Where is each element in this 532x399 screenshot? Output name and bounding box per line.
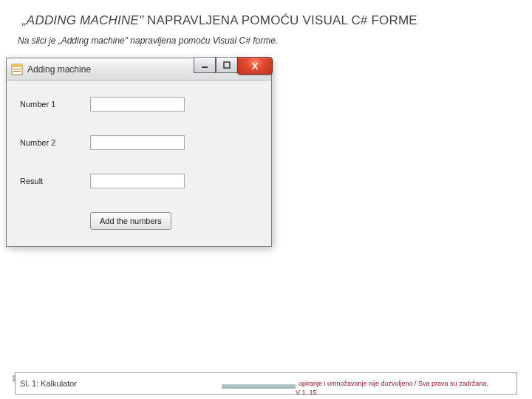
slide-caption: Na slici je „Adding machine" napravljena… [0,31,532,53]
copyright-text: opiranje i umnožavanje nije dozvoljeno /… [299,380,488,387]
add-numbers-button[interactable]: Add the numbers [90,212,171,230]
minimize-icon [201,61,208,69]
window-controls: X [194,57,273,75]
svg-rect-3 [13,71,21,72]
title-rest-part: NAPRAVLJENA POMOĆU VISUAL C# FORME [143,13,417,27]
window-client-area: Number 1 Number 2 Result Add the numbers [7,81,271,246]
window-title: Adding machine [27,64,91,75]
minimize-button[interactable] [194,57,216,73]
close-icon: X [252,61,259,72]
maximize-icon [223,61,231,69]
row-result: Result [20,174,258,188]
svg-rect-5 [224,62,230,68]
app-window: Adding machine X Number 1 Number 2 Resul… [6,58,272,247]
row-number2: Number 2 [20,135,258,150]
svg-rect-1 [12,64,22,67]
svg-rect-4 [202,66,208,68]
close-button[interactable]: X [237,57,273,75]
input-number2[interactable] [90,135,185,150]
svg-rect-2 [13,69,21,69]
figure-caption: Sl. 1: Kalkulator [20,379,77,388]
titlebar[interactable]: Adding machine X [7,58,271,81]
maximize-button[interactable] [216,57,238,73]
label-number1: Number 1 [20,100,90,109]
label-result: Result [20,177,90,185]
decorative-bar [222,384,296,389]
version-text: V 1. 15 [296,389,317,396]
app-icon [11,64,23,75]
input-number1[interactable] [90,97,185,112]
slide-title: „ADDING MACHINE" NAPRAVLJENA POMOĆU VISU… [0,0,532,31]
title-italic-part: „ADDING MACHINE" [22,13,143,27]
label-number2: Number 2 [20,138,90,147]
button-row: Add the numbers [20,212,258,230]
row-number1: Number 1 [20,97,258,112]
input-result[interactable] [90,174,185,188]
